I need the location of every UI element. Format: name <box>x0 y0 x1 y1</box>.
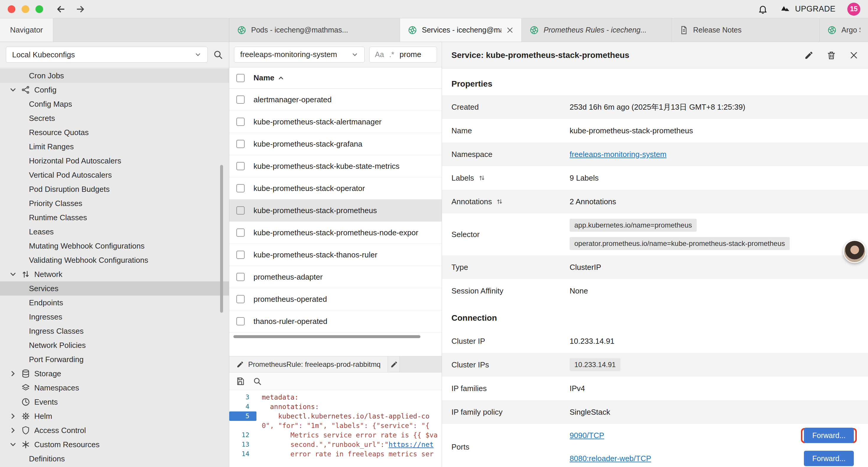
table-row-kube-prometheus-stack-thanos-ruler[interactable]: kube-prometheus-stack-thanos-ruler <box>229 244 442 266</box>
sidebar-item-limit-ranges[interactable]: Limit Ranges <box>0 140 229 154</box>
row-checkbox[interactable] <box>236 251 245 259</box>
namespace-filter[interactable]: freeleaps-monitoring-system <box>234 47 365 63</box>
yaml-url-link[interactable]: https://net <box>389 441 433 448</box>
upgrade-button[interactable]: UPGRADE <box>780 4 836 15</box>
close-panel-icon[interactable] <box>849 51 859 60</box>
table-horizontal-scrollbar[interactable] <box>229 332 442 341</box>
sidebar-item-priority-classes[interactable]: Priority Classes <box>0 196 229 210</box>
sidebar-item-ingresses[interactable]: Ingresses <box>0 310 229 324</box>
editor-search-icon[interactable] <box>253 377 262 386</box>
sidebar-item-config[interactable]: Config <box>0 83 229 97</box>
row-checkbox[interactable] <box>236 118 245 126</box>
match-case-toggle[interactable]: Aa <box>375 50 384 59</box>
table-row-kube-prometheus-stack-alertmanager[interactable]: kube-prometheus-stack-alertmanager <box>229 111 442 133</box>
navigator-search-icon[interactable] <box>213 50 223 60</box>
delete-resource-icon[interactable] <box>827 51 836 60</box>
table-row-kube-prometheus-stack-kube-state-metrics[interactable]: kube-prometheus-stack-kube-state-metrics <box>229 155 442 177</box>
sidebar-item-services[interactable]: Services <box>0 282 229 296</box>
table-row-prometheus-adapter[interactable]: prometheus-adapter <box>229 266 442 288</box>
sidebar-item-network[interactable]: Network <box>0 267 229 282</box>
editor-dock-tab-partial[interactable] <box>388 356 400 372</box>
row-checkbox[interactable] <box>236 184 245 193</box>
tab-argo-se[interactable]: Argo Se <box>819 18 868 42</box>
save-icon[interactable] <box>236 377 245 386</box>
namespace-link[interactable]: freeleaps-monitoring-system <box>569 150 666 159</box>
row-checkbox[interactable] <box>236 317 245 325</box>
chevron-right-icon[interactable] <box>9 426 17 435</box>
sidebar-item-cron-jobs[interactable]: Cron Jobs <box>0 68 229 83</box>
sidebar-item-storage[interactable]: Storage <box>0 367 229 381</box>
sidebar-item-mutating-webhook-configurations[interactable]: Mutating Webhook Configurations <box>0 239 229 253</box>
editor-dock-tabs: PrometheusRule: freeleaps-prod-rabbitmq <box>229 356 442 372</box>
sort-toggle-icon[interactable] <box>478 174 486 181</box>
forward-button[interactable]: Forward... <box>804 428 854 443</box>
sidebar-item-vertical-pod-autoscalers[interactable]: Vertical Pod Autoscalers <box>0 168 229 182</box>
chevron-down-icon[interactable] <box>9 270 17 279</box>
sidebar-item-resource-quotas[interactable]: Resource Quotas <box>0 125 229 140</box>
port-link[interactable]: 8080:reloader-web/TCP <box>569 454 651 463</box>
sidebar-item-definitions[interactable]: Definitions <box>0 451 229 466</box>
sidebar-item-port-forwarding[interactable]: Port Forwarding <box>0 352 229 367</box>
detail-value: freeleaps-monitoring-system <box>569 150 859 159</box>
close-tab-icon[interactable] <box>506 26 514 34</box>
name-column-header[interactable]: Name <box>253 73 275 83</box>
tab-services-icecheng-math[interactable]: Services - icecheng@math... <box>400 18 522 42</box>
sidebar-item-network-policies[interactable]: Network Policies <box>0 338 229 352</box>
sidebar-item-horizontal-pod-autoscalers[interactable]: Horizontal Pod Autoscalers <box>0 154 229 168</box>
sidebar-item-ingress-classes[interactable]: Ingress Classes <box>0 324 229 338</box>
forward-icon[interactable] <box>75 4 86 14</box>
sidebar-item-namespaces[interactable]: Namespaces <box>0 381 229 395</box>
table-row-kube-prometheus-stack-grafana[interactable]: kube-prometheus-stack-grafana <box>229 133 442 155</box>
editor-dock-tab[interactable]: PrometheusRule: freeleaps-prod-rabbitmq <box>229 356 388 372</box>
list-search-input[interactable]: Aa .* prome <box>369 47 437 63</box>
row-checkbox[interactable] <box>236 295 245 303</box>
sidebar-item-custom-resources[interactable]: Custom Resources <box>0 437 229 451</box>
sidebar-scrollbar[interactable] <box>220 165 223 313</box>
kubeconfig-selector[interactable]: Local Kubeconfigs <box>6 47 208 63</box>
edit-resource-icon[interactable] <box>804 51 814 60</box>
row-checkbox[interactable] <box>236 273 245 281</box>
row-checkbox[interactable] <box>236 95 245 104</box>
row-checkbox[interactable] <box>236 140 245 148</box>
sidebar-item-config-maps[interactable]: Config Maps <box>0 97 229 111</box>
sort-toggle-icon[interactable] <box>496 198 503 205</box>
regex-toggle[interactable]: .* <box>390 50 395 59</box>
chevron-right-icon[interactable] <box>9 412 17 420</box>
close-window-button[interactable] <box>8 5 16 13</box>
chevron-right-icon[interactable] <box>9 370 17 378</box>
tab-prometheus-rules-icecheng[interactable]: Prometheus Rules - icecheng... <box>522 18 672 42</box>
sidebar-item-validating-webhook-configurations[interactable]: Validating Webhook Configurations <box>0 253 229 267</box>
zoom-window-button[interactable] <box>35 5 43 13</box>
assistant-avatar[interactable] <box>843 240 866 263</box>
back-icon[interactable] <box>56 4 66 14</box>
table-row-thanos-ruler-operated[interactable]: thanos-ruler-operated <box>229 310 442 332</box>
row-checkbox[interactable] <box>236 206 245 214</box>
table-row-kube-prometheus-stack-operator[interactable]: kube-prometheus-stack-operator <box>229 177 442 200</box>
tab-pods-icecheng-mathmas[interactable]: Pods - icecheng@mathmas... <box>229 18 400 42</box>
sidebar-item-events[interactable]: Events <box>0 395 229 409</box>
sidebar-item-secrets[interactable]: Secrets <box>0 111 229 125</box>
port-link[interactable]: 9090/TCP <box>569 431 604 440</box>
table-row-alertmanager-operated[interactable]: alertmanager-operated <box>229 89 442 111</box>
yaml-editor[interactable]: 3metadata:4 annotations:5 kubectl.kubern… <box>229 390 442 467</box>
notification-count-badge[interactable]: 15 <box>847 3 860 16</box>
sidebar-item-access-control[interactable]: Access Control <box>0 423 229 437</box>
row-checkbox[interactable] <box>236 162 245 170</box>
sidebar-item-endpoints[interactable]: Endpoints <box>0 296 229 310</box>
sidebar-item-pod-disruption-budgets[interactable]: Pod Disruption Budgets <box>0 182 229 196</box>
scrollbar-thumb[interactable] <box>234 335 421 338</box>
notifications-bell-icon[interactable] <box>758 4 768 14</box>
sidebar-item-runtime-classes[interactable]: Runtime Classes <box>0 210 229 225</box>
table-row-kube-prometheus-stack-prometheus-node-expor[interactable]: kube-prometheus-stack-prometheus-node-ex… <box>229 222 442 244</box>
chevron-down-icon[interactable] <box>9 440 17 449</box>
select-all-checkbox[interactable] <box>236 74 245 82</box>
table-row-prometheus-operated[interactable]: prometheus-operated <box>229 288 442 310</box>
tab-release-notes[interactable]: Release Notes <box>672 18 819 42</box>
row-checkbox[interactable] <box>236 229 245 237</box>
sidebar-item-leases[interactable]: Leases <box>0 225 229 239</box>
sidebar-item-helm[interactable]: Helm <box>0 409 229 423</box>
chevron-down-icon[interactable] <box>9 86 17 94</box>
minimize-window-button[interactable] <box>22 5 29 13</box>
table-row-kube-prometheus-stack-prometheus[interactable]: kube-prometheus-stack-prometheus <box>229 200 442 222</box>
forward-button[interactable]: Forward... <box>804 451 854 466</box>
